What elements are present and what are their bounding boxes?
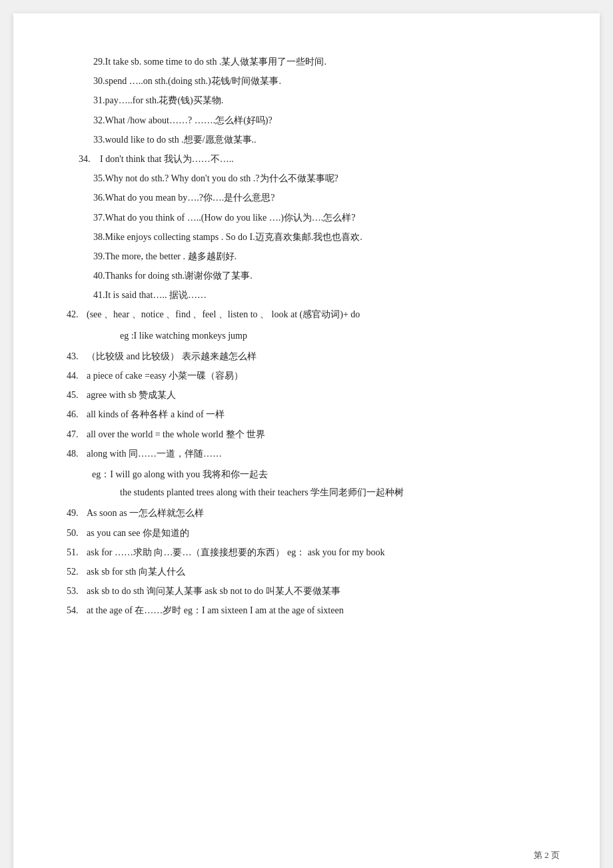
entry-39: 39. The more, the better . 越多越剧好. — [67, 248, 546, 265]
entry-text-31: pay…..for sth.花费(钱)买某物. — [105, 92, 547, 109]
entry-text-42: (see 、hear 、notice 、find 、feel 、listen t… — [87, 306, 546, 323]
entry-num-32: 32. — [67, 112, 105, 129]
entry-42-sub: eg :I like watching monkeys jump — [67, 327, 546, 344]
entry-49: 49. As soon as 一怎么样就怎么样 — [67, 505, 546, 521]
entry-52: 52. ask sb for sth 向某人什么 — [67, 563, 546, 580]
entry-num-29: 29. — [67, 53, 105, 70]
entry-48: 48. along with 同……一道，伴随…… — [67, 445, 546, 462]
entry-text-47: all over the world = the whole world 整个 … — [87, 426, 546, 443]
entry-num-39: 39. — [67, 248, 105, 265]
entry-text-32: What /how about……? …….怎么样(好吗)? — [105, 112, 547, 129]
entry-num-40: 40. — [67, 267, 105, 284]
entry-text-43: （比较级 and 比较级） 表示越来越怎么样 — [87, 348, 546, 365]
entry-53: 53. ask sb to do sth 询问某人某事 ask sb not t… — [67, 583, 546, 599]
entry-num-31: 31. — [67, 92, 105, 109]
entry-43: 43. （比较级 and 比较级） 表示越来越怎么样 — [67, 348, 546, 365]
content: 29. It take sb. some time to do sth .某人做… — [67, 53, 546, 619]
entry-text-39: The more, the better . 越多越剧好. — [105, 248, 547, 265]
entry-text-33: would like to do sth .想要/愿意做某事.. — [105, 131, 547, 148]
entry-38: 38. Mike enjoys collecting stamps . So d… — [67, 229, 546, 245]
entry-text-44: a piece of cake =easy 小菜一碟（容易） — [87, 367, 546, 384]
entry-text-35: Why not do sth.? Why don't you do sth .?… — [105, 170, 547, 187]
entry-42-block: 42. (see 、hear 、notice 、find 、feel 、list… — [67, 306, 546, 343]
entry-num-33: 33. — [67, 131, 105, 148]
entry-text-46: all kinds of 各种各样 a kind of 一样 — [87, 406, 546, 423]
entry-text-53: ask sb to do sth 询问某人某事 ask sb not to do… — [87, 583, 546, 599]
entry-48-sub2: the students planted trees along with th… — [67, 484, 546, 501]
entry-text-45: agree with sb 赞成某人 — [87, 387, 546, 403]
entry-37: 37. What do you think of …..(How do you … — [67, 209, 546, 226]
entry-text-37: What do you think of …..(How do you like… — [105, 209, 547, 226]
entry-33: 33. would like to do sth .想要/愿意做某事.. — [67, 131, 546, 148]
entry-num-48: 48. — [67, 445, 87, 462]
entry-45: 45. agree with sb 赞成某人 — [67, 387, 546, 403]
entry-text-30: spend …..on sth.(doing sth.)花钱/时间做某事. — [105, 73, 547, 89]
entry-num-41: 41. — [67, 287, 105, 303]
entry-text-52: ask sb for sth 向某人什么 — [87, 563, 546, 580]
entry-num-42: 42. — [67, 306, 87, 323]
entry-48-block: 48. along with 同……一道，伴随…… eg：I will go a… — [67, 445, 546, 501]
entry-text-48: along with 同……一道，伴随…… — [87, 445, 546, 462]
entry-num-43: 43. — [67, 348, 87, 365]
entry-num-36: 36. — [67, 189, 105, 206]
entry-num-47: 47. — [67, 426, 87, 443]
entry-51: 51. ask for ……求助 向…要…（直接接想要的东西） eg： ask … — [67, 544, 546, 561]
entry-text-48-sub2: the students planted trees along with th… — [120, 487, 404, 497]
entry-num-49: 49. — [67, 505, 87, 521]
entry-text-40: Thanks for doing sth.谢谢你做了某事. — [105, 267, 547, 284]
entry-35: 35. Why not do sth.? Why don't you do st… — [67, 170, 546, 187]
entry-text-36: What do you mean by….?你….是什么意思? — [105, 189, 547, 206]
page: 29. It take sb. some time to do sth .某人做… — [13, 13, 600, 868]
entry-30: 30. spend …..on sth.(doing sth.)花钱/时间做某事… — [67, 73, 546, 89]
entry-num-51: 51. — [67, 544, 87, 561]
entry-44: 44. a piece of cake =easy 小菜一碟（容易） — [67, 367, 546, 384]
entry-num-53: 53. — [67, 583, 87, 599]
entry-num-35: 35. — [67, 170, 105, 187]
entry-text-51: ask for ……求助 向…要…（直接接想要的东西） eg： ask you … — [87, 544, 546, 561]
entry-48-sub1: eg：I will go along with you 我将和你一起去 — [67, 466, 546, 483]
entry-47: 47. all over the world = the whole world… — [67, 426, 546, 443]
entry-num-37: 37. — [67, 209, 105, 226]
entry-num-54: 54. — [67, 602, 87, 619]
entry-34: 34. I don't think that 我认为……不….. — [67, 151, 546, 167]
entry-text-41: It is said that….. 据说…… — [105, 287, 547, 303]
entry-41: 41. It is said that….. 据说…… — [67, 287, 546, 303]
entry-text-48-sub1: eg：I will go along with you 我将和你一起去 — [92, 469, 268, 479]
entry-text-29: It take sb. some time to do sth .某人做某事用了… — [105, 53, 547, 70]
page-footer: 第 2 页 — [534, 849, 560, 861]
entry-num-30: 30. — [67, 73, 105, 89]
entry-num-34: 34. — [67, 151, 100, 167]
entry-text-42-sub: eg :I like watching monkeys jump — [120, 331, 247, 341]
entry-32: 32. What /how about……? …….怎么样(好吗)? — [67, 112, 546, 129]
entry-num-52: 52. — [67, 563, 87, 580]
entry-text-34: I don't think that 我认为……不….. — [100, 151, 546, 167]
entry-42: 42. (see 、hear 、notice 、find 、feel 、list… — [67, 306, 546, 323]
entry-text-54: at the age of 在……岁时 eg：I am sixteen I am… — [87, 602, 546, 619]
entry-54: 54. at the age of 在……岁时 eg：I am sixteen … — [67, 602, 546, 619]
entry-text-50: as you can see 你是知道的 — [87, 525, 546, 541]
entry-text-49: As soon as 一怎么样就怎么样 — [87, 505, 546, 521]
entry-29: 29. It take sb. some time to do sth .某人做… — [67, 53, 546, 70]
entry-36: 36. What do you mean by….?你….是什么意思? — [67, 189, 546, 206]
entry-num-50: 50. — [67, 525, 87, 541]
entry-num-44: 44. — [67, 367, 87, 384]
entry-num-46: 46. — [67, 406, 87, 423]
entry-50: 50. as you can see 你是知道的 — [67, 525, 546, 541]
entry-46: 46. all kinds of 各种各样 a kind of 一样 — [67, 406, 546, 423]
entry-num-45: 45. — [67, 387, 87, 403]
entry-31: 31. pay…..for sth.花费(钱)买某物. — [67, 92, 546, 109]
entry-num-38: 38. — [67, 229, 105, 245]
entry-text-38: Mike enjoys collecting stamps . So do I.… — [105, 229, 547, 245]
entry-40: 40. Thanks for doing sth.谢谢你做了某事. — [67, 267, 546, 284]
